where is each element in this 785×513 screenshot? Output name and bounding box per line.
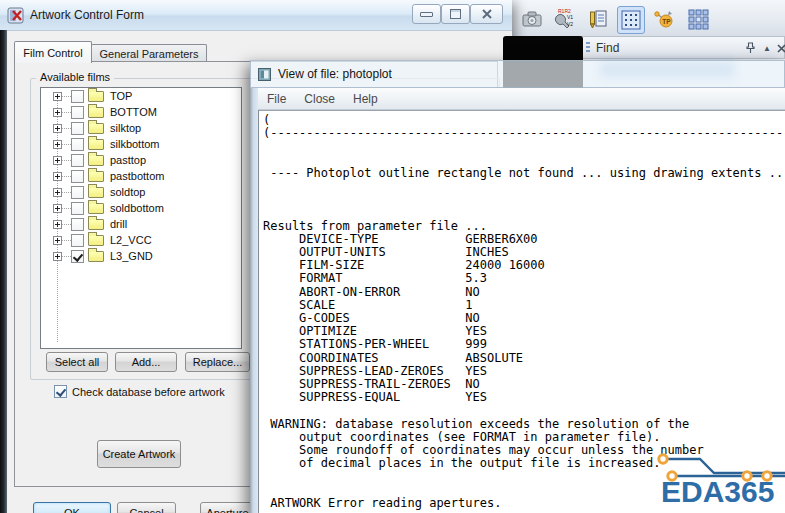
artwork-window-icon [7, 7, 24, 24]
component-values-icon[interactable]: R1R2V1V2 [551, 6, 577, 32]
film-checkbox[interactable] [71, 90, 84, 103]
film-label: pasttop [110, 154, 146, 166]
tree-item-BOTTOM[interactable]: BOTTOM [41, 104, 241, 120]
folder-icon [88, 219, 104, 230]
window-edge [0, 30, 7, 513]
close-icon [481, 9, 493, 19]
window-title: Artwork Control Form [30, 8, 144, 22]
tree-connector [62, 224, 71, 225]
film-checkbox[interactable] [71, 250, 84, 263]
tree-item-pastbottom[interactable]: pastbottom [41, 168, 241, 184]
expand-icon[interactable] [53, 172, 62, 181]
film-checkbox[interactable] [71, 106, 84, 119]
watermark-text: EDA365 [661, 475, 774, 508]
film-checkbox[interactable] [71, 202, 84, 215]
close-button[interactable] [470, 4, 503, 24]
app-toolbar: R1R2V1V2 TP [505, 0, 785, 37]
expand-icon[interactable] [53, 108, 62, 117]
minimize-icon [420, 12, 433, 17]
cancel-button[interactable]: Cancel [117, 502, 176, 513]
expand-icon[interactable] [53, 124, 62, 133]
expand-icon[interactable] [53, 236, 62, 245]
tree-connector [62, 96, 71, 97]
folder-icon [88, 155, 104, 166]
edit-notes-icon[interactable] [585, 6, 611, 32]
tree-item-soldtop[interactable]: soldtop [41, 184, 241, 200]
tree-connector [62, 160, 71, 161]
maximize-icon [450, 9, 461, 19]
tree-item-soldbottom[interactable]: soldbottom [41, 200, 241, 216]
films-tree[interactable]: TOPBOTTOMsilktopsilkbottompasttoppastbot… [40, 87, 242, 349]
menu-close[interactable]: Close [295, 92, 344, 106]
artwork-window-titlebar[interactable]: Artwork Control Form [0, 0, 512, 31]
expand-icon[interactable] [53, 220, 62, 229]
film-checkbox[interactable] [71, 154, 84, 167]
maximize-button[interactable] [441, 4, 470, 24]
select-all-button[interactable]: Select all [46, 352, 108, 372]
film-checkbox[interactable] [71, 122, 84, 135]
tree-connector [62, 176, 71, 177]
check-database-label: Check database before artwork [72, 386, 225, 398]
film-checkbox[interactable] [71, 218, 84, 231]
expand-icon[interactable] [53, 140, 62, 149]
film-checkbox[interactable] [71, 138, 84, 151]
film-label: pastbottom [110, 170, 164, 182]
film-label: L2_VCC [110, 234, 152, 246]
photoplot-window-icon [258, 68, 271, 81]
tree-connector [62, 144, 71, 145]
screen: R1R2V1V2 TP Find ▲ Artwork Control Fo [0, 0, 785, 513]
check-database-checkbox[interactable] [54, 385, 67, 398]
tree-connector [62, 112, 71, 113]
film-checkbox[interactable] [71, 170, 84, 183]
folder-icon [88, 251, 104, 262]
film-checkbox[interactable] [71, 234, 84, 247]
folder-icon [88, 91, 104, 102]
panel-grip[interactable] [586, 42, 590, 54]
tree-connector [62, 240, 71, 241]
find-panel-header[interactable]: Find ▲ [580, 36, 785, 59]
film-checkbox[interactable] [71, 186, 84, 199]
add-button[interactable]: Add... [115, 352, 177, 372]
film-label: soldbottom [110, 202, 164, 214]
photoplot-menubar: File Close Help [258, 88, 785, 110]
folder-icon [88, 123, 104, 134]
svg-text:V2: V2 [567, 21, 573, 27]
tree-item-drill[interactable]: drill [41, 216, 241, 232]
tree-item-pasttop[interactable]: pasttop [41, 152, 241, 168]
folder-icon [88, 107, 104, 118]
photoplot-window-titlebar[interactable]: View of file: photoplot [250, 60, 785, 88]
tree-item-silktop[interactable]: silktop [41, 120, 241, 136]
window-title: View of file: photoplot [278, 67, 392, 81]
testpoint-icon[interactable]: TP [651, 6, 677, 32]
tree-connector [62, 192, 71, 193]
close-panel-icon[interactable] [774, 41, 785, 55]
create-artwork-button[interactable]: Create Artwork [97, 440, 181, 468]
expand-icon[interactable] [53, 204, 62, 213]
camera-icon[interactable] [519, 6, 545, 32]
window-edge [250, 88, 258, 513]
tree-item-silkbottom[interactable]: silkbottom [41, 136, 241, 152]
ok-button[interactable]: OK [33, 502, 111, 513]
check-database-row[interactable]: Check database before artwork [54, 385, 225, 398]
film-label: drill [110, 218, 127, 230]
tree-connector [62, 128, 71, 129]
tree-item-L2_VCC[interactable]: L2_VCC [41, 232, 241, 248]
tab-film-control[interactable]: Film Control [14, 41, 92, 63]
folder-icon [88, 187, 104, 198]
expand-icon[interactable] [53, 156, 62, 165]
tree-item-TOP[interactable]: TOP [41, 88, 241, 104]
pin-icon[interactable] [743, 41, 757, 55]
replace-button[interactable]: Replace... [185, 352, 250, 372]
collapse-icon[interactable]: ▲ [760, 41, 774, 55]
pad-array-icon[interactable] [685, 6, 711, 32]
film-label: TOP [110, 90, 132, 102]
tree-item-L3_GND[interactable]: L3_GND [41, 248, 241, 264]
minimize-button[interactable] [412, 4, 441, 24]
expand-icon[interactable] [53, 252, 62, 261]
film-label: silktop [110, 122, 141, 134]
expand-icon[interactable] [53, 188, 62, 197]
grid-icon[interactable] [617, 6, 645, 34]
menu-file[interactable]: File [258, 92, 295, 106]
menu-help[interactable]: Help [344, 92, 387, 106]
expand-icon[interactable] [53, 92, 62, 101]
